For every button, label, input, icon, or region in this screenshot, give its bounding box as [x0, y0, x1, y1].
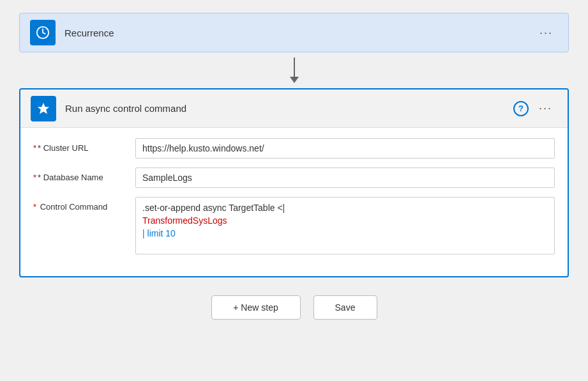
required-star-command: *	[33, 202, 36, 212]
cluster-url-input[interactable]	[135, 138, 555, 159]
cluster-url-row: ** Cluster URL	[33, 138, 555, 159]
database-name-row: ** Database Name	[33, 167, 555, 188]
action-more-button[interactable]: ···	[534, 99, 557, 118]
action-card-header: Run async control command ? ···	[20, 89, 568, 128]
control-command-row: * Control Command .set-or-append async T…	[33, 197, 555, 254]
arrow-line	[294, 58, 295, 77]
action-card: Run async control command ? ··· ** Clust…	[19, 88, 569, 277]
cluster-url-label: ** Cluster URL	[33, 138, 135, 153]
control-command-label: * Control Command	[33, 197, 135, 212]
bottom-buttons: + New step Save	[211, 295, 377, 320]
help-button[interactable]: ?	[513, 101, 529, 116]
required-star-database: *	[33, 173, 36, 182]
flow-arrow	[290, 52, 299, 88]
new-step-button[interactable]: + New step	[211, 295, 301, 320]
recurrence-card: Recurrence ···	[19, 13, 569, 52]
command-line-1: .set-or-append async TargetTable <|	[142, 203, 548, 213]
recurrence-icon	[30, 20, 56, 45]
command-line-2: TransformedSysLogs	[142, 215, 548, 226]
control-command-field[interactable]: .set-or-append async TargetTable <| Tran…	[135, 197, 555, 254]
recurrence-title: Recurrence	[64, 27, 534, 38]
database-name-label: ** Database Name	[33, 167, 135, 182]
required-star-cluster: *	[33, 143, 36, 153]
action-title: Run async control command	[65, 103, 513, 114]
command-line-3: | limit 10	[142, 228, 548, 238]
save-button[interactable]: Save	[313, 295, 377, 320]
action-card-body: ** Cluster URL ** Database Name * Contro…	[20, 128, 568, 276]
database-name-input[interactable]	[135, 167, 555, 188]
arrow-head	[290, 77, 299, 83]
recurrence-more-button[interactable]: ···	[534, 24, 558, 42]
action-icon	[31, 96, 56, 121]
